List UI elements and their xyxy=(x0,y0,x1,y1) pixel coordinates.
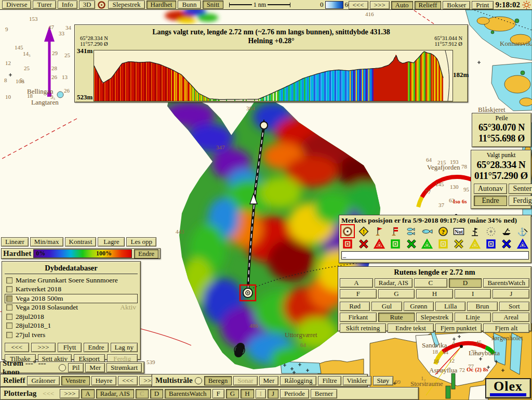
berner-button[interactable]: Berner xyxy=(311,389,337,398)
square-symbol-icon[interactable] xyxy=(485,238,497,250)
multibeam-radio[interactable] xyxy=(195,377,202,384)
auto-button[interactable]: Auto xyxy=(391,1,413,9)
endre-button[interactable]: Endre xyxy=(474,196,507,206)
støy-button[interactable]: Støy xyxy=(373,376,394,385)
not-icon[interactable]: Not xyxy=(453,225,465,237)
j-button[interactable]: J xyxy=(493,289,529,299)
barentswatch-button[interactable]: BarentsWatch xyxy=(483,278,529,288)
route-end-marker[interactable] xyxy=(260,122,268,129)
beregn-button[interactable]: Beregn xyxy=(204,376,232,385)
hardness-endre-button[interactable]: Endre xyxy=(134,249,158,259)
turer-button[interactable]: Turer xyxy=(33,1,56,9)
kontrast-button[interactable]: Kontrast xyxy=(65,237,97,247)
database-item[interactable]: Vega 2018 SolasundetAktiv xyxy=(5,303,138,313)
database-checkbox[interactable] xyxy=(6,286,12,292)
bokser-button[interactable]: Bokser xyxy=(443,1,470,9)
x-symbol-icon[interactable] xyxy=(357,238,370,250)
database-item[interactable]: Vega 2018 500m xyxy=(5,294,138,303)
database-item[interactable]: 27jul tvers xyxy=(5,330,138,340)
fjern-alt-button[interactable]: Fjern alt xyxy=(483,324,529,333)
barentswatch-button[interactable]: BarentsWatch xyxy=(165,389,211,398)
print-button[interactable]: Print xyxy=(472,1,493,9)
beacon-icon[interactable] xyxy=(469,225,481,237)
min-max-button[interactable]: Min/max xyxy=(30,237,63,247)
triangle-symbol-icon[interactable] xyxy=(421,238,433,250)
triangle-symbol-icon[interactable] xyxy=(469,238,481,250)
endre-button[interactable]: Endre xyxy=(84,343,108,352)
høyre-button[interactable]: Høyre xyxy=(91,376,117,385)
mer-button[interactable]: Mer xyxy=(85,363,105,372)
i-button[interactable]: I xyxy=(455,289,491,299)
lag-ny-button[interactable]: Lag ny xyxy=(111,343,138,352)
-button[interactable]: >>> xyxy=(60,389,79,398)
rød-button[interactable]: Rød xyxy=(340,302,370,311)
warning-icon[interactable]: ! xyxy=(357,225,370,237)
skift-retning-button[interactable]: Skift retning xyxy=(340,324,386,333)
flytt-button[interactable]: Flytt xyxy=(58,343,82,352)
square-symbol-icon[interactable] xyxy=(437,238,449,250)
hazard-icon[interactable] xyxy=(485,225,497,237)
relieff-button[interactable]: Relieff xyxy=(415,1,442,9)
triangle-symbol-icon[interactable] xyxy=(516,238,529,250)
mer-button[interactable]: Mer xyxy=(259,376,279,385)
g-button[interactable]: G xyxy=(378,289,415,299)
current-radio[interactable] xyxy=(59,364,66,371)
depth-profile-chart[interactable] xyxy=(94,50,453,101)
vinkler-button[interactable]: Vinkler xyxy=(343,376,371,385)
radar-ais-button[interactable]: Radar, AIS xyxy=(96,389,134,398)
slepestrek-button[interactable]: Slepestrek xyxy=(416,313,453,322)
j-button[interactable]: J xyxy=(268,389,278,398)
target-icon[interactable] xyxy=(341,225,354,237)
wreck-icon[interactable] xyxy=(500,225,513,237)
brun-button[interactable]: Brun xyxy=(467,302,497,311)
-button[interactable]: >>> xyxy=(31,343,56,352)
slepestrek-button[interactable]: Slepestrek xyxy=(108,1,144,9)
fjern-punktet-button[interactable]: Fjern punktet xyxy=(435,324,482,333)
venstre-button[interactable]: Venstre xyxy=(61,376,90,385)
flag-striped-icon[interactable] xyxy=(389,225,402,237)
fish-icon[interactable] xyxy=(421,225,433,237)
x-symbol-icon[interactable] xyxy=(453,238,465,250)
database-checkbox[interactable] xyxy=(6,332,12,338)
square-symbol-icon[interactable] xyxy=(341,238,354,250)
radar-ais-button[interactable]: Radar, AIS xyxy=(375,278,413,288)
-button[interactable]: <<< xyxy=(5,343,29,352)
snitt-button[interactable]: Snitt xyxy=(203,1,224,9)
hardhet-button[interactable]: Hardhet xyxy=(147,1,177,9)
marker-text-input[interactable]: _ xyxy=(341,251,529,260)
areal-button[interactable]: Areal xyxy=(493,313,529,322)
info-button[interactable]: Info xyxy=(58,1,77,9)
database-item[interactable]: Kartverket 2018 xyxy=(5,285,138,294)
f-button[interactable]: F xyxy=(212,389,224,398)
database-item[interactable]: 28jul2018 xyxy=(5,312,138,321)
a-button[interactable]: A xyxy=(81,389,94,398)
les-opp-button[interactable]: Les opp xyxy=(126,237,156,247)
lagre-button[interactable]: Lagre xyxy=(98,237,125,247)
sort-button[interactable]: Sort xyxy=(499,302,529,311)
ferdig-button[interactable]: Ferdig xyxy=(509,196,532,206)
database-item[interactable]: 28jul2018_1 xyxy=(5,321,138,331)
-button[interactable]: <<< xyxy=(349,1,368,9)
grønn-button[interactable]: Grønn xyxy=(404,302,434,311)
-button[interactable]: >>> xyxy=(370,1,390,9)
strømkart-button[interactable]: Strømkart xyxy=(107,363,142,372)
c-button[interactable]: C xyxy=(414,278,447,288)
question-icon[interactable]: ? xyxy=(437,225,449,237)
database-checkbox[interactable] xyxy=(6,304,12,311)
g-button[interactable]: G xyxy=(226,389,239,398)
flag-icon[interactable] xyxy=(373,225,385,237)
-button[interactable]: <<< xyxy=(118,376,138,385)
autonav-button[interactable]: Autonav xyxy=(474,184,507,194)
endre-tekst-button[interactable]: Endre tekst xyxy=(388,324,434,333)
filtre-button[interactable]: Filtre xyxy=(318,376,341,385)
linje-button[interactable]: Linje xyxy=(455,313,491,322)
gråtoner-button[interactable]: Gråtoner xyxy=(27,376,59,385)
x-symbol-icon[interactable] xyxy=(405,238,418,250)
rålogging-button[interactable]: Rålogging xyxy=(280,376,316,385)
f-button[interactable]: F xyxy=(340,289,377,299)
d-button[interactable]: D xyxy=(150,389,163,398)
3d-button[interactable]: 3D xyxy=(79,1,96,9)
database-checkbox[interactable] xyxy=(6,295,12,302)
h-button[interactable]: H xyxy=(416,289,453,299)
fish-school-icon[interactable] xyxy=(405,225,418,237)
